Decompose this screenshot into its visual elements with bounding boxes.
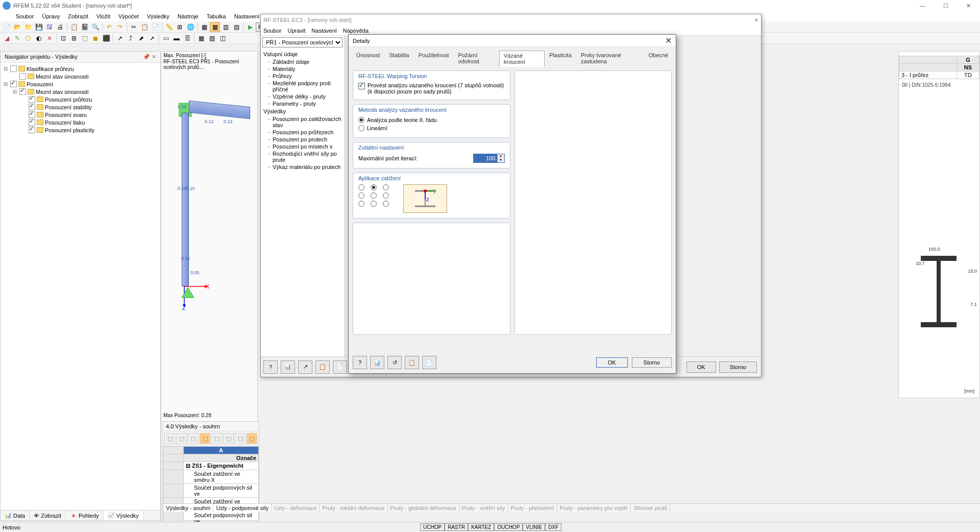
t2-16[interactable]: ▬	[172, 33, 182, 43]
view2-icon[interactable]: ▦	[210, 22, 220, 32]
rt-3[interactable]: ⬚	[188, 433, 199, 444]
t2-8[interactable]: ⬚	[80, 33, 90, 43]
t2-10[interactable]: ⬛	[101, 33, 111, 43]
tab-stabilita[interactable]: Stabilita	[384, 50, 413, 66]
btab-0[interactable]: Výsledky - souhrn	[163, 504, 213, 512]
minimize-button[interactable]: —	[911, 0, 934, 11]
tab-pouzitelnost[interactable]: Použitelnost	[414, 50, 454, 66]
btab-6[interactable]: Pruty - přetvoření	[508, 504, 557, 512]
navigator-tree[interactable]: ⊟Klasifikace průřezu Mezní stav únosnost…	[1, 63, 160, 510]
t2-17[interactable]: ☰	[182, 33, 192, 43]
paste-button[interactable]: 📄	[333, 360, 347, 374]
new-icon[interactable]: 📄	[2, 22, 12, 32]
load-pos-2[interactable]	[371, 184, 377, 190]
tab-vysledky[interactable]: 📈Výsledky	[104, 511, 143, 520]
tab-zobrazit[interactable]: 👁Zobrazit	[30, 511, 66, 520]
radio-linear[interactable]	[358, 125, 364, 131]
rt-8[interactable]: ⬚	[247, 433, 257, 444]
view4-icon[interactable]: ▤	[231, 22, 241, 32]
tab-data[interactable]: 📊Data	[1, 511, 30, 520]
t2-5[interactable]: ✕	[44, 33, 55, 43]
toggle-dxf[interactable]: DXF	[545, 523, 561, 531]
menu-upravy[interactable]: Úpravy	[39, 12, 63, 20]
t2-12[interactable]: ⤴	[126, 33, 136, 43]
rfsteel-title-bar[interactable]: RF-STEEL EC3 - [ramovy roh start] ✕	[261, 14, 761, 26]
load-pos-5[interactable]	[371, 192, 377, 199]
print-icon[interactable]: 🖨	[55, 22, 65, 32]
paste-icon[interactable]: 📄	[150, 22, 160, 32]
menu-vlozit[interactable]: Vložit	[93, 12, 113, 20]
t2-2[interactable]: ✎	[12, 33, 22, 43]
tree-results[interactable]: Výsledky	[263, 107, 342, 115]
tab-pohledy[interactable]: 🔺Pohledy	[66, 511, 104, 520]
tab-prvky[interactable]: Prvky tvarované zastudena	[576, 50, 644, 66]
copy-icon[interactable]: 📋	[139, 22, 150, 32]
tree-input[interactable]: Vstupní údaje	[263, 50, 342, 58]
dlg-help-button[interactable]: ?	[353, 356, 367, 369]
warping-analysis-checkbox[interactable]	[358, 83, 365, 89]
measure-icon[interactable]: 📏	[164, 22, 174, 32]
menu-soubor[interactable]: Soubor	[13, 12, 37, 20]
save-icon[interactable]: 💾	[34, 22, 44, 32]
t2-7[interactable]: ⊞	[69, 33, 79, 43]
t2-1[interactable]: ◢	[2, 33, 12, 43]
grid-icon[interactable]: ⊞	[175, 22, 185, 32]
dlg-units-button[interactable]: 📊	[370, 356, 384, 369]
rt-6[interactable]: ⬚	[223, 433, 234, 444]
tool-b[interactable]: 📓	[80, 22, 90, 32]
t2-15[interactable]: ▭	[161, 33, 171, 43]
t2-14[interactable]: ➚	[147, 33, 157, 43]
spin-down-icon[interactable]: ▼	[497, 158, 504, 162]
undo-icon[interactable]: ↶	[104, 22, 114, 32]
run-icon[interactable]: ▶	[245, 22, 255, 32]
btab-7[interactable]: Pruty - parametry pro vzpěr	[557, 504, 631, 512]
units-button[interactable]: 📊	[281, 360, 295, 374]
navigator-pin-icon[interactable]: 📌 ✕	[143, 54, 156, 60]
menu-zobrazit[interactable]: Zobrazit	[65, 12, 91, 20]
dlg-close-icon[interactable]: ✕	[665, 36, 672, 45]
rfs-menu-napoveda[interactable]: Nápověda	[343, 28, 369, 34]
dlg-paste-button[interactable]: 📄	[422, 356, 436, 369]
rfs-menu-soubor[interactable]: Soubor	[263, 28, 281, 34]
open2-icon[interactable]: 📁	[23, 22, 33, 32]
load-pos-9[interactable]	[383, 201, 389, 207]
toggle-vlinie[interactable]: VLINIE	[523, 523, 545, 531]
t2-11[interactable]: ↗	[115, 33, 125, 43]
rt-1[interactable]: ⬚	[164, 433, 175, 444]
close-button[interactable]: ✕	[957, 0, 980, 11]
rfsteel-close-icon[interactable]: ✕	[754, 17, 758, 23]
rfs-menu-upravit[interactable]: Upravit	[287, 28, 305, 34]
maximize-button[interactable]: ☐	[934, 0, 957, 11]
results-table[interactable]: A Označe ⊟ ZS1 - Eigengewicht Součet zat…	[163, 446, 259, 525]
radio-second-order[interactable]	[358, 117, 364, 123]
btab-2[interactable]: Uzly - deformace	[272, 504, 320, 512]
cut-icon[interactable]: ✂	[129, 22, 139, 32]
load-pos-7[interactable]	[358, 201, 364, 207]
dlg-copy-button[interactable]: 📋	[405, 356, 419, 369]
menu-nastaveni[interactable]: Nastavení	[231, 12, 263, 20]
tool-c[interactable]: 🔍	[90, 22, 101, 32]
open-icon[interactable]: 📂	[12, 22, 22, 32]
tab-obecne[interactable]: Obecné	[644, 50, 673, 66]
menu-vysledky[interactable]: Výsledky	[144, 12, 173, 20]
t2-3[interactable]: ⬡	[23, 33, 33, 43]
view1-icon[interactable]: ▦	[199, 22, 209, 32]
toggle-uchop[interactable]: UCHOP	[420, 523, 445, 531]
t2-4[interactable]: ◐	[34, 33, 44, 43]
rfs-ok-button[interactable]: OK	[687, 361, 716, 373]
t2-19[interactable]: ▧	[207, 33, 217, 43]
btab-1[interactable]: Uzly - podporové síly	[213, 504, 272, 512]
btab-4[interactable]: Pruty - globální deformace	[388, 504, 459, 512]
rt-4[interactable]: ⬚	[200, 433, 210, 444]
btab-8[interactable]: Stírnost prutů	[631, 504, 670, 512]
max-iterations-input[interactable]: ▲▼	[473, 154, 505, 163]
load-pos-1[interactable]	[358, 184, 364, 190]
rt-2[interactable]: ⬚	[176, 433, 187, 444]
view3-icon[interactable]: ▥	[220, 22, 231, 32]
load-pos-4[interactable]	[358, 192, 364, 199]
rfs-storno-button[interactable]: Storno	[719, 361, 757, 373]
btab-5[interactable]: Pruty - vnitřní síly	[459, 504, 508, 512]
t2-6[interactable]: ⊡	[58, 33, 68, 43]
menu-vypocet[interactable]: Výpočet	[115, 12, 142, 20]
dlg-default-button[interactable]: ↺	[387, 356, 402, 369]
